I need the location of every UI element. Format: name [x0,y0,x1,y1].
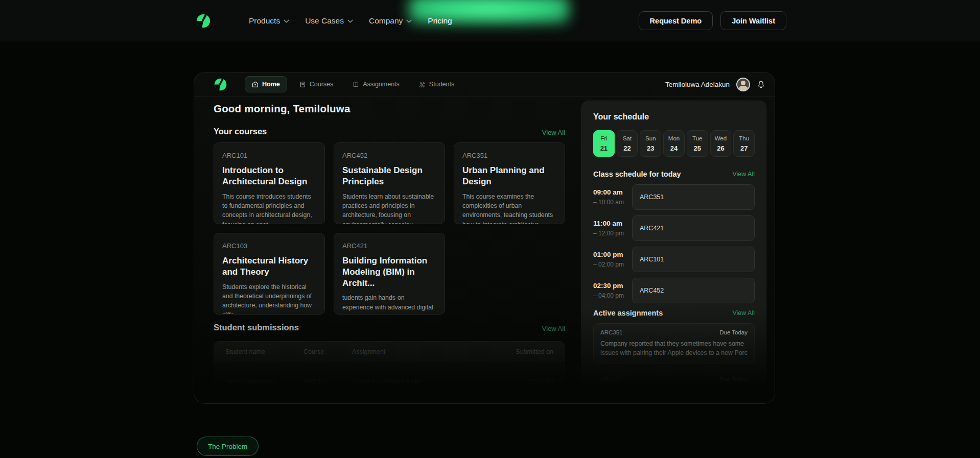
day-label: Wed [715,135,727,141]
nav-link-label: Company [369,16,403,26]
day-cell-sat[interactable]: Sat 22 [617,130,638,157]
course-card-arc101[interactable]: ARC101 Introduction to Architectural Des… [214,142,325,224]
class-slot: 02:30 pm – 04:00 pm ARC452 [593,278,755,303]
day-cell-mon[interactable]: Mon 24 [663,130,685,157]
tab-students[interactable]: Students [412,76,461,92]
courses-view-all-link[interactable]: View All [542,129,565,136]
course-title: Introduction to Architectural Design [222,165,316,187]
course-card-arc103[interactable]: ARC103 Architectural History and Theory … [214,233,325,315]
course-title: Architectural History and Theory [222,255,316,278]
class-slot-list: 09:00 am – 10:00 am ARC351 11:00 am – 12… [593,184,755,303]
submissions-table-header: Student name Course Assignment Submitted… [214,342,565,362]
nav-link-label: Pricing [428,16,452,26]
slot-course-box[interactable]: ARC421 [632,215,755,241]
nav-link-company[interactable]: Company [369,16,412,26]
course-code: ARC101 [222,152,316,159]
column-student-name: Student name [225,348,304,355]
day-label: Sat [623,135,632,141]
assignment-card-arc421[interactable]: ARC421 Due Today Choose a real-world arc… [593,370,755,404]
submissions-table: Student name Course Assignment Submitted… [214,341,565,400]
slot-course-box[interactable]: ARC452 [632,278,755,303]
day-date: 27 [740,144,748,152]
day-date: 21 [600,144,608,152]
day-cell-thu[interactable]: Thu 27 [733,130,755,157]
slot-end-time: – 10:00 am [593,199,632,206]
top-navbar: Products Use Cases Company Pricing Reque… [0,0,980,41]
cell-course: ARC101 [304,377,352,385]
table-row[interactable]: Toke Oluwakemi ARC101 Student uploaded a… [214,362,565,400]
nav-link-products[interactable]: Products [249,16,289,26]
assignments-view-all-link[interactable]: View All [732,309,755,317]
day-date: 26 [717,144,724,152]
course-description: Students learn about sustainable practic… [342,192,436,225]
day-date: 25 [694,144,701,152]
course-card-arc421[interactable]: ARC421 Building Information Modeling (BI… [334,233,445,315]
slot-start-time: 01:00 pm [593,251,632,258]
column-submitted-on: Submitted on [497,348,553,355]
nav-links: Products Use Cases Company Pricing [249,16,452,26]
slot-course-box[interactable]: ARC351 [632,184,755,210]
class-slot: 09:00 am – 10:00 am ARC351 [593,184,755,210]
active-assignments-title: Active assignments [593,309,663,317]
greeting-heading: Good morning, Temiloluwa [214,103,565,115]
day-cell-fri[interactable]: Fri 21 [593,130,615,157]
chevron-down-icon [347,19,353,23]
avatar[interactable] [736,78,750,91]
dashboard-preview-card: Home Courses Assignments Students Temilo… [194,72,775,404]
cell-student-name: Toke Oluwakemi [225,377,304,385]
class-slot: 11:00 am – 12:00 pm ARC421 [593,215,755,241]
course-description: This course examines the complexities of… [462,192,556,225]
section-badge-the-problem: The Problem [197,437,259,456]
day-cell-sun[interactable]: Sun 23 [640,130,661,157]
course-code: ARC103 [222,242,316,250]
tab-home[interactable]: Home [245,76,287,92]
nav-link-pricing[interactable]: Pricing [428,16,452,26]
day-date: 23 [647,144,654,152]
tab-courses[interactable]: Courses [292,76,341,92]
join-waitlist-button[interactable]: Join Waitlist [720,11,786,30]
bell-icon[interactable] [757,80,765,89]
course-card-arc351[interactable]: ARC351 Urban Planning and Design This co… [454,142,565,224]
course-title: Building Information Modeling (BIM) in A… [342,255,436,288]
app-logo-icon[interactable] [214,78,227,91]
tab-assignments[interactable]: Assignments [345,76,407,92]
course-grid: ARC101 Introduction to Architectural Des… [214,142,565,315]
day-picker: Fri 21 Sat 22 Sun 23 Mon 24 Tue 25 [593,130,755,157]
cell-submitted-on: 27.07.23 [497,377,553,385]
nav-link-use-cases[interactable]: Use Cases [305,16,353,26]
day-label: Thu [739,135,749,141]
day-label: Mon [668,135,680,141]
assignment-text: Company reported that they sometimes hav… [600,340,748,358]
brand-logo-icon[interactable] [196,13,211,29]
course-title: Urban Planning and Design [462,165,556,187]
day-cell-tue[interactable]: Tue 25 [687,130,708,157]
day-date: 24 [670,144,678,152]
due-badge: Due Today [719,329,748,335]
home-icon [252,81,259,88]
submissions-view-all-link[interactable]: View All [542,325,565,332]
assignment-code: ARC351 [600,329,622,335]
course-description: This course introduces students to funda… [222,192,316,225]
course-card-arc452[interactable]: ARC452 Sustainable Design Principles Stu… [334,142,445,224]
chevron-down-icon [406,19,412,23]
column-course: Course [304,348,352,355]
day-cell-wed[interactable]: Wed 26 [710,130,732,157]
open-book-icon [353,81,359,88]
slot-start-time: 02:30 pm [593,282,632,290]
schedule-panel: Your schedule Fri 21 Sat 22 Sun 23 Mon 2… [581,101,766,395]
tab-label: Home [262,81,280,88]
course-code: ARC421 [342,242,436,250]
course-description: tudents gain hands-on experience with ad… [342,293,436,315]
user-name: Temiloluwa Adelakun [665,81,730,88]
students-icon [419,81,426,88]
day-date: 22 [623,144,631,152]
nav-actions: Request Demo Join Waitlist [639,11,786,30]
slot-course-box[interactable]: ARC101 [632,247,755,272]
request-demo-button[interactable]: Request Demo [639,11,713,30]
nav-link-label: Use Cases [305,16,344,26]
dashboard-header: Home Courses Assignments Students Temilo… [194,73,775,97]
assignment-card-arc351[interactable]: ARC351 Due Today Company reported that t… [593,323,755,364]
cell-assignment: Student uploaded a file [352,377,497,385]
app-tabs: Home Courses Assignments Students [245,76,461,92]
class-schedule-view-all-link[interactable]: View All [732,171,755,178]
